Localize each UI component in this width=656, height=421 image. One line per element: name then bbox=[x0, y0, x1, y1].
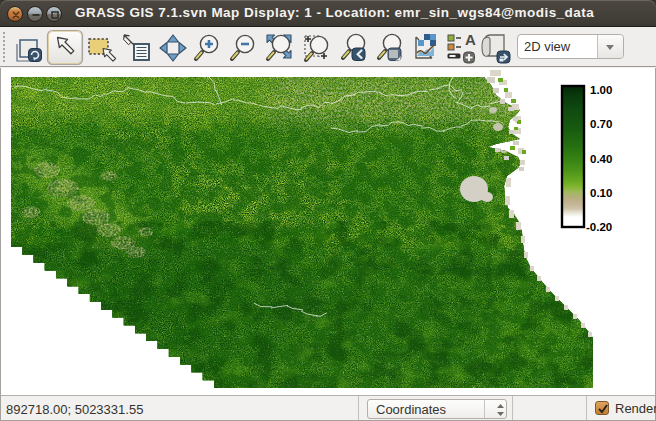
svg-text:-0.20: -0.20 bbox=[586, 221, 612, 233]
svg-text:A: A bbox=[465, 31, 476, 48]
svg-text:0.40: 0.40 bbox=[590, 153, 612, 165]
svg-text:0.70: 0.70 bbox=[590, 118, 612, 130]
svg-text:0.10: 0.10 bbox=[590, 187, 612, 199]
svg-text:1.00: 1.00 bbox=[590, 84, 612, 96]
